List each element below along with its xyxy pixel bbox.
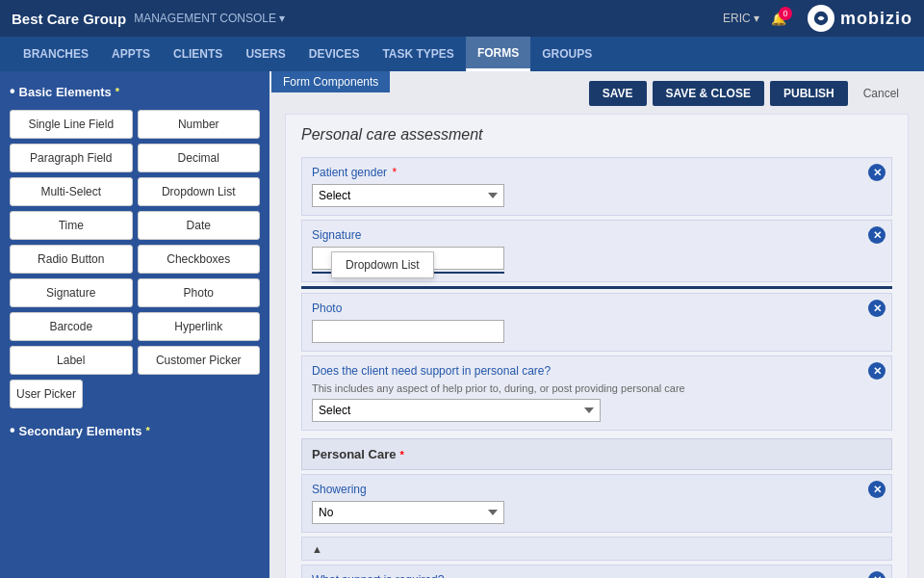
field-client-support-subtext: This includes any aspect of help prior t… [312, 382, 882, 394]
user-menu[interactable]: ERIC ▾ [723, 12, 759, 25]
element-hyperlink[interactable]: Hyperlink [138, 312, 261, 341]
mgmt-console-dropdown[interactable]: MANAGEMENT CONSOLE ▾ [134, 12, 285, 25]
element-user-picker[interactable]: User Picker [10, 380, 83, 408]
remove-signature[interactable]: ✕ [868, 226, 886, 244]
logo-icon [808, 5, 834, 32]
nav-clients[interactable]: CLIENTS [162, 37, 234, 71]
field-signature-label: Signature [312, 228, 882, 242]
field-support-required-label: What support is required? [312, 573, 882, 578]
nav-task-types[interactable]: TASK TYPES [371, 37, 465, 71]
dropdown-list-popup: Dropdown List [331, 251, 434, 278]
field-photo: Photo ✕ [301, 293, 892, 352]
element-barcode[interactable]: Barcode [10, 312, 133, 341]
save-button[interactable]: SAVE [589, 81, 647, 106]
client-support-select[interactable]: Select [312, 399, 601, 422]
chevron-down-icon: ▾ [279, 12, 285, 25]
element-label[interactable]: Label [10, 346, 133, 375]
top-header: Best Care Group MANAGEMENT CONSOLE ▾ ERI… [0, 0, 924, 37]
element-single-line[interactable]: Single Line Field [10, 110, 133, 139]
field-signature: Signature Dropdown List ✕ [301, 220, 892, 282]
field-photo-label: Photo [312, 302, 882, 315]
field-patient-gender: Patient gender * Select ✕ [301, 157, 892, 216]
nav-users[interactable]: USERS [234, 37, 296, 71]
element-customer-picker[interactable]: Customer Picker [138, 346, 261, 375]
element-multi-select[interactable]: Multi-Select [10, 177, 133, 206]
element-dropdown[interactable]: Dropdown List [138, 177, 261, 206]
brand-name: Best Care Group [12, 11, 126, 27]
basic-elements-title: • Basic Elements * [10, 83, 260, 100]
nav-appts[interactable]: APPTS [100, 37, 162, 71]
patient-gender-select[interactable]: Select [312, 184, 504, 207]
form-area: Personal care assessment Patient gender … [285, 114, 909, 578]
elements-grid: Single Line Field Number Paragraph Field… [10, 110, 260, 408]
element-date[interactable]: Date [138, 211, 261, 240]
expand-arrow: ▲ [312, 543, 322, 555]
main-content: • Basic Elements * Single Line Field Num… [0, 71, 924, 578]
cancel-button[interactable]: Cancel [854, 81, 909, 106]
sidebar: • Basic Elements * Single Line Field Num… [0, 71, 270, 578]
remove-client-support[interactable]: ✕ [868, 362, 886, 380]
element-time[interactable]: Time [10, 211, 133, 240]
field-support-required: What support is required? Describe clien… [301, 565, 892, 578]
field-showering-label: Showering [312, 483, 882, 496]
field-patient-gender-label: Patient gender * [312, 166, 882, 179]
expand-row[interactable]: ▲ ✕ [301, 537, 892, 561]
remove-photo[interactable]: ✕ [868, 300, 886, 317]
element-paragraph[interactable]: Paragraph Field [10, 144, 133, 172]
element-decimal[interactable]: Decimal [138, 144, 261, 172]
form-components-label: Form Components [271, 71, 390, 92]
nav-devices[interactable]: DEVICES [297, 37, 372, 71]
element-photo[interactable]: Photo [138, 278, 261, 307]
element-number[interactable]: Number [138, 110, 261, 139]
remove-support-required[interactable]: ✕ [868, 571, 886, 578]
photo-input[interactable] [312, 320, 504, 343]
field-client-support: Does the client need support in personal… [301, 355, 892, 431]
header-right: ERIC ▾ 🔔 0 mobizio [723, 5, 912, 32]
group-personal-care-title: Personal Care * [312, 447, 882, 461]
remove-showering[interactable]: ✕ [868, 481, 886, 498]
notif-count: 0 [779, 7, 792, 20]
element-radio[interactable]: Radio Button [10, 245, 133, 274]
group-personal-care: Personal Care * [301, 438, 892, 470]
form-title: Personal care assessment [301, 126, 892, 144]
nav-groups[interactable]: GROUPS [530, 37, 603, 71]
save-close-button[interactable]: SAVE & CLOSE [653, 81, 764, 106]
secondary-elements-title: • Secondary Elements * [10, 422, 260, 439]
publish-button[interactable]: PUBLISH [770, 81, 848, 106]
notification-bell[interactable]: 🔔 0 [771, 12, 786, 26]
element-checkboxes[interactable]: Checkboxes [138, 245, 261, 274]
field-showering: Showering No ✕ [301, 474, 892, 533]
showering-select[interactable]: No [312, 501, 504, 524]
mobizio-logo: mobizio [808, 5, 912, 32]
nav-forms[interactable]: FORMS [466, 37, 530, 71]
nav-branches[interactable]: BRANCHES [12, 37, 100, 71]
blue-divider [301, 286, 892, 289]
right-panel: SAVE SAVE & CLOSE PUBLISH Cancel Persona… [270, 71, 924, 578]
element-signature[interactable]: Signature [10, 278, 133, 307]
nav-bar: BRANCHES APPTS CLIENTS USERS DEVICES TAS… [0, 37, 924, 71]
field-client-support-label: Does the client need support in personal… [312, 364, 882, 378]
remove-patient-gender[interactable]: ✕ [868, 164, 886, 181]
